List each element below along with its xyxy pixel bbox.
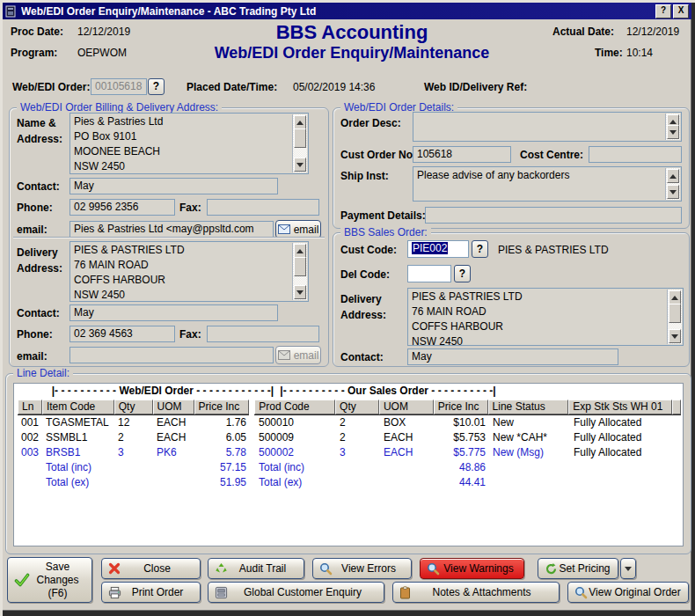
col-header-item-code[interactable]: Item Code — [42, 400, 114, 414]
name-address-field[interactable]: Pies & Pastries Ltd PO Box 9101 MOONEE B… — [70, 113, 309, 174]
delivery-contact-field[interactable]: May — [70, 304, 278, 321]
cust-order-no-label: Cust Order No: — [340, 149, 416, 161]
magnifier-icon — [319, 562, 333, 576]
totals-row[interactable]: Total (inc)57.15Total (inc)48.86 — [18, 460, 681, 475]
cell-uom — [153, 460, 194, 475]
close-window-button[interactable]: Close — [101, 558, 201, 579]
save-changes-button[interactable]: Save Changes (F6) — [7, 557, 92, 603]
col-header-qty[interactable]: Qty — [114, 400, 153, 414]
cell-exp-stk: Fully Allocated — [570, 415, 674, 430]
scroll-up-button[interactable] — [669, 290, 681, 304]
billing-group-title: Web/EDI Order Billing & Delivery Address… — [17, 101, 222, 114]
del-code-field[interactable] — [407, 265, 451, 282]
scroll-thumb[interactable] — [294, 128, 306, 148]
view-errors-button[interactable]: View Errors — [312, 558, 412, 579]
scroll-down-button[interactable] — [667, 125, 679, 139]
col-header-exp-stk[interactable]: Exp Stk Sts WH 01 — [568, 400, 672, 414]
payment-details-label: Payment Details: — [340, 209, 426, 222]
cell-so-price-inc: $5.775 — [435, 445, 489, 460]
cell-so-price-inc: $5.753 — [435, 430, 489, 445]
scroll-thumb[interactable] — [669, 304, 681, 323]
delivery-email-field[interactable] — [70, 347, 274, 363]
table-row[interactable]: 001TGASMETAL12EACH1.765000102BOX$10.01Ne… — [18, 415, 681, 430]
cust-order-no-field[interactable]: 105618 — [413, 146, 511, 163]
billing-delivery-field[interactable]: PIES & PASTRIES LTD 76 MAIN ROAD COFFS H… — [70, 241, 309, 302]
scroll-thumb[interactable] — [294, 257, 306, 276]
view-original-order-button[interactable]: View Original Order — [567, 582, 689, 603]
sales-contact-field[interactable]: May — [407, 348, 618, 365]
cust-code-field[interactable]: PIE002 — [407, 240, 469, 258]
scroll-down-button[interactable] — [667, 185, 679, 199]
cell-line-status: New — [489, 415, 570, 430]
webedi-order-help-button[interactable]: ? — [148, 78, 165, 95]
cell-prod-code: Total (inc) — [255, 460, 336, 475]
view-warnings-button[interactable]: View Warnings — [420, 558, 524, 579]
scroll-up-button[interactable] — [294, 115, 306, 129]
del-code-help-button[interactable]: ? — [454, 265, 471, 282]
delivery-fax-label: Fax: — [179, 328, 201, 341]
col-header-so-price-inc[interactable]: Price Inc — [434, 400, 488, 414]
col-header-price-inc[interactable]: Price Inc — [194, 400, 250, 414]
billing-email-button[interactable]: email — [275, 220, 321, 238]
billing-fax-field[interactable] — [207, 199, 319, 216]
table-row[interactable]: 003BRSB13PK65.785000023EACH$5.775New (Ms… — [18, 445, 681, 460]
actual-date-value: 12/12/2019 — [626, 26, 679, 38]
scroll-up-button[interactable] — [667, 169, 679, 183]
billing-phone-label: Phone: — [17, 202, 53, 214]
help-button[interactable]: ? — [655, 4, 671, 18]
scroll-down-button[interactable] — [294, 285, 306, 299]
col-header-line-status[interactable]: Line Status — [488, 400, 569, 414]
cell-so-qty: 3 — [336, 445, 380, 460]
audit-trail-button[interactable]: Audit Trail — [208, 558, 304, 579]
cell-so-price-inc: 48.86 — [435, 460, 489, 475]
order-desc-scrollbar[interactable] — [665, 114, 680, 140]
cost-centre-field[interactable] — [589, 146, 682, 163]
printer-icon — [108, 586, 121, 599]
proc-date-label: Proc Date: — [11, 26, 63, 38]
delivery-phone-field[interactable]: 02 369 4563 — [70, 326, 175, 342]
set-pricing-button[interactable]: Set Pricing — [538, 558, 618, 579]
close-button[interactable]: X — [673, 4, 689, 18]
ship-inst-field[interactable]: Please advise of any backorders — [413, 166, 682, 202]
program-value: OEPWOM — [77, 47, 127, 59]
col-header-so-qty[interactable]: Qty — [335, 400, 379, 414]
order-details-group: Web/EDI Order Details: Order Desc: Cust … — [333, 107, 690, 229]
col-header-uom[interactable]: UOM — [153, 400, 194, 414]
name-address-scrollbar[interactable] — [292, 114, 307, 172]
ship-inst-scrollbar[interactable] — [665, 168, 680, 200]
col-header-ln[interactable]: Ln — [18, 400, 42, 414]
billing-email-field[interactable]: Pies & Pastries Ltd <may@ppsltd.com — [70, 221, 274, 238]
billing-phone-field[interactable]: 02 9956 2356 — [70, 199, 175, 216]
global-customer-enquiry-button[interactable]: Global Customer Enquiry — [208, 582, 384, 603]
billing-contact-field[interactable]: May — [70, 178, 278, 194]
webedi-order-field[interactable]: 00105618 — [91, 78, 147, 95]
col-header-so-uom[interactable]: UOM — [379, 400, 434, 414]
ship-inst-label: Ship Inst: — [340, 170, 389, 182]
scroll-down-button[interactable] — [294, 158, 306, 172]
cell-line-status: New (Msg) — [489, 445, 570, 460]
col-header-prod-code[interactable]: Prod Code — [254, 400, 335, 414]
totals-row[interactable]: Total (ex)51.95Total (ex)44.41 — [18, 475, 681, 490]
scroll-up-button[interactable] — [294, 244, 306, 258]
window-title: Web/EDI Order Enquiry/Maintenance - ABC … — [21, 5, 654, 18]
cell-exp-stk: Fully Allocated — [570, 445, 674, 460]
delivery-email-button[interactable]: email — [275, 346, 321, 364]
cell-so-uom: BOX — [380, 415, 435, 430]
notes-attachments-button[interactable]: Notes & Attachments — [392, 582, 560, 603]
payment-details-field[interactable] — [425, 207, 682, 224]
delivery-fax-field[interactable] — [207, 326, 319, 342]
scroll-down-button[interactable] — [669, 329, 681, 343]
billing-delivery-scrollbar[interactable] — [292, 243, 307, 300]
cell-ln: 002 — [18, 430, 42, 445]
sales-delivery-field[interactable]: PIES & PASTRIES LTD 76 MAIN ROAD COFFS H… — [407, 288, 684, 346]
set-pricing-dropdown-button[interactable] — [620, 558, 636, 579]
table-row[interactable]: 002SSMBL12EACH6.055000092EACH$5.753New *… — [18, 430, 681, 445]
order-desc-field[interactable] — [413, 112, 682, 142]
envelope-icon — [278, 350, 290, 360]
magnifier-icon — [427, 562, 440, 576]
our-sales-order-band: |- - - - - - - - - - Our Sales Order - -… — [273, 385, 503, 398]
cell-exp-stk: Fully Allocated — [570, 430, 674, 445]
sales-delivery-scrollbar[interactable] — [667, 290, 682, 344]
cust-code-help-button[interactable]: ? — [472, 240, 488, 258]
print-order-button[interactable]: Print Order — [101, 582, 201, 603]
